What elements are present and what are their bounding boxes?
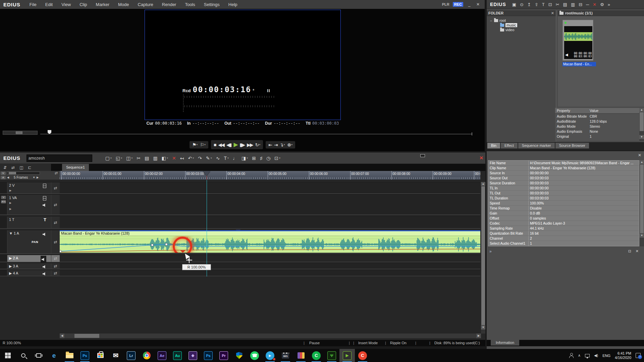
speaker-icon[interactable] xyxy=(43,271,46,277)
audio-channel-button[interactable]: A½ xyxy=(1,200,6,203)
ripple-mode-icon[interactable]: ⊏ xyxy=(28,165,31,170)
defender-icon[interactable] xyxy=(231,349,247,362)
scroll-down-icon[interactable]: ▼ xyxy=(481,325,485,329)
volume-keyframe[interactable] xyxy=(165,243,168,246)
go-to-in-button[interactable]: ⇤ xyxy=(268,142,272,147)
task-view-icon[interactable] xyxy=(31,349,46,362)
patcher-icon[interactable]: ⇄ xyxy=(51,217,60,228)
playhead-line[interactable] xyxy=(207,171,207,277)
audio-clip-title[interactable]: Macan Band - Engar Ye Khabaraeie (128) xyxy=(60,230,480,236)
video-monitor[interactable]: Rcd 00:00:03:16 * II xyxy=(145,10,341,120)
shuttle-thumb[interactable] xyxy=(16,131,22,134)
hidden-icons-chevron[interactable]: ∧ xyxy=(578,353,581,358)
track-header-1t[interactable]: 1 T T ⇄ xyxy=(0,216,60,229)
table-row[interactable]: File NameH:\Document Music Mp3\music 98\… xyxy=(488,161,639,166)
slider-thumb[interactable] xyxy=(9,172,16,174)
scroll-down-icon[interactable]: ▼ xyxy=(639,135,644,139)
table-row[interactable]: Audio EmphasisNone xyxy=(555,129,639,134)
clock-icon[interactable]: ◷ xyxy=(265,156,271,161)
go-to-out-button[interactable]: ⇥ xyxy=(274,142,277,147)
timescale-label[interactable]: 5 Frames xyxy=(10,176,31,179)
audition-icon[interactable]: Au xyxy=(170,349,185,362)
trim-mode-icon[interactable]: ✎▾ xyxy=(205,156,213,161)
mail-icon[interactable]: ✉ xyxy=(108,349,123,362)
add-to-timeline-button[interactable]: ↴▾ xyxy=(280,142,285,147)
close-icon[interactable]: ✕ xyxy=(636,249,639,253)
photoshop-icon[interactable]: Ps xyxy=(77,349,93,362)
premiere-icon[interactable]: Pr xyxy=(216,349,231,362)
table-row[interactable]: Select Audio Channel11 xyxy=(488,241,639,246)
playhead-marker[interactable] xyxy=(203,171,210,176)
menu-edit[interactable]: Edit xyxy=(41,2,57,7)
paste-icon[interactable]: ▥ xyxy=(152,156,159,161)
play-button[interactable]: ▶ xyxy=(233,141,237,148)
audio-mixer-icon[interactable]: ♯ xyxy=(259,156,263,161)
track-header-2a-selected[interactable]: ▶ 2 A ⇄ xyxy=(0,255,60,262)
track-lane-4a[interactable] xyxy=(60,270,480,276)
patcher-icon[interactable]: ⇄ xyxy=(51,230,60,253)
table-row[interactable]: Original1 xyxy=(555,134,639,139)
lightroom-icon[interactable]: Lr xyxy=(123,349,139,362)
menu-render[interactable]: Render xyxy=(158,2,181,7)
track-header-4a[interactable]: ▶ 4 A ⇄ xyxy=(0,270,60,276)
rec-indicator[interactable]: REC xyxy=(453,2,463,7)
close-button[interactable]: ✕ xyxy=(475,2,481,7)
table-row[interactable]: Source Duration00:03:00:03 xyxy=(488,181,639,186)
file-explorer-icon[interactable] xyxy=(62,349,77,362)
menu-help[interactable]: Help xyxy=(224,2,242,7)
delete-icon[interactable]: ✕ xyxy=(171,156,177,161)
connect-mode-icon[interactable]: ⇵ xyxy=(3,165,7,170)
patcher-icon[interactable]: ⇄ xyxy=(55,171,58,175)
media-player-321-icon[interactable]: 321 xyxy=(278,349,293,362)
zoom-dropdown-icon[interactable]: ▼ xyxy=(33,176,35,179)
settings-gear-icon[interactable]: ⚙ xyxy=(600,2,604,7)
track-lane-2a[interactable] xyxy=(60,255,480,262)
camtasia-icon[interactable]: C xyxy=(309,349,324,362)
language-indicator[interactable]: ENG xyxy=(602,354,610,358)
patcher-icon[interactable]: ⇄ xyxy=(51,263,60,269)
people-icon[interactable] xyxy=(570,354,573,357)
speaker-icon[interactable] xyxy=(43,231,46,237)
audio-clip-body[interactable] xyxy=(60,236,480,253)
loop-playback-button[interactable]: ↻▾ xyxy=(255,142,261,147)
pan-label[interactable]: PAN xyxy=(32,240,38,244)
add-transition-icon[interactable]: ◨▾ xyxy=(240,156,249,161)
menu-clip[interactable]: Clip xyxy=(75,2,91,7)
shuttle-slider[interactable] xyxy=(3,131,38,135)
timeline-close-icon[interactable]: ✕ xyxy=(479,155,483,161)
volume-keyframe[interactable] xyxy=(151,244,154,246)
table-row[interactable]: Gain0.0 dB xyxy=(488,211,639,216)
minimize-button[interactable]: _ xyxy=(467,2,472,7)
bin-clip-card[interactable]: ◀ 00:00:00:00 00:03:00:03 xyxy=(562,20,593,61)
search-icon[interactable] xyxy=(15,349,31,362)
scroll-up-icon[interactable]: ▲ xyxy=(639,108,644,112)
track-lane-1va[interactable] xyxy=(60,194,480,215)
set-in-point-button[interactable]: ⚑▾ xyxy=(192,142,198,147)
column-header-property[interactable]: Property xyxy=(555,108,588,113)
trim-back-icon[interactable]: ↤ xyxy=(179,156,185,161)
pan-rubber-band[interactable] xyxy=(60,249,480,252)
volume-icon[interactable]: ◀) xyxy=(594,353,598,358)
capture-mode-button[interactable]: ⊕▾ xyxy=(287,142,292,147)
rewind-button[interactable]: ◀◀ xyxy=(218,142,224,147)
winrar-icon[interactable] xyxy=(293,349,309,362)
zoom-in-icon[interactable]: ▶ xyxy=(37,176,39,179)
display-icon[interactable] xyxy=(585,354,590,357)
menu-settings[interactable]: Settings xyxy=(200,2,224,7)
track-lane-2v[interactable] xyxy=(60,182,480,194)
add-title-icon[interactable]: T▾ xyxy=(223,156,230,161)
master-video-button[interactable]: V xyxy=(1,172,6,175)
move-up-icon[interactable]: ↥ xyxy=(527,2,531,7)
track-header-3a[interactable]: ▶ 3 A ⇄ xyxy=(0,263,60,269)
scroll-right-icon[interactable]: ▶ xyxy=(476,334,481,338)
table-row[interactable]: Offset0 samples xyxy=(488,216,639,221)
new-folder-icon[interactable]: ▣ xyxy=(512,2,516,7)
rubber-band-icon[interactable]: ∿ xyxy=(215,156,221,161)
edge-icon[interactable]: e xyxy=(46,349,62,362)
stop-button[interactable]: ■ xyxy=(214,142,216,147)
timeline-ruler[interactable]: 00:00:00:0000:00:01:0000:00:02:0000:00:0… xyxy=(60,171,480,180)
master-audio-button[interactable]: A xyxy=(1,176,6,179)
table-row[interactable]: Clip NameMacan Band - Engar Ye Khabaraei… xyxy=(488,166,639,171)
video-mute-button[interactable]: V xyxy=(1,196,6,199)
replace-icon[interactable]: ◧▾ xyxy=(161,156,169,161)
